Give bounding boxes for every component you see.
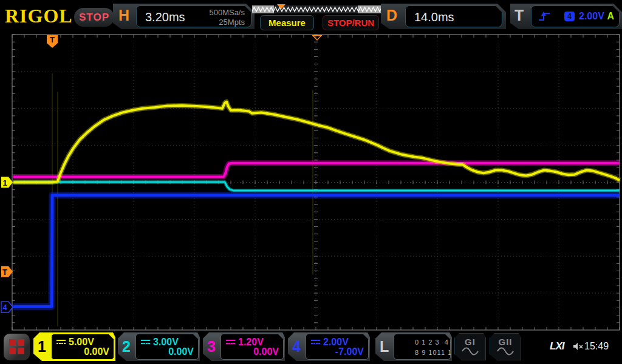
rigol-logo: RIGOL — [5, 5, 73, 27]
channel-number: 3 — [207, 338, 216, 356]
dc-coupling-icon — [141, 340, 150, 344]
gen1-label: GI — [455, 337, 485, 347]
left-marker-T[interactable]: T — [1, 266, 13, 277]
dc-coupling-icon — [226, 340, 235, 344]
channel-number: 1 — [38, 338, 46, 356]
stop-run-button[interactable]: STOP/RUN — [323, 15, 379, 30]
channel-offset: 0.00V — [168, 346, 194, 357]
memory-position-indicator[interactable] — [252, 4, 385, 15]
top-status-bar: RIGOL STOP H 3.20ms 500MSa/s 25Mpts Meas… — [0, 0, 622, 33]
lxi-status: LXI — [550, 340, 564, 352]
dc-coupling-icon — [311, 340, 320, 344]
delay-value: 14.0ms — [414, 10, 454, 24]
trigger-level-value: 2.00V — [579, 11, 604, 22]
la-label: L — [380, 338, 389, 356]
waveform-display-area[interactable]: 1T4T — [0, 33, 622, 332]
channel-value-box: 3.00V 0.00V — [135, 334, 199, 360]
trace-halo-ch2 — [13, 182, 620, 190]
horizontal-panel[interactable]: H 3.20ms 500MSa/s 25Mpts — [113, 4, 255, 29]
left-marker-1[interactable]: 1 — [1, 177, 13, 188]
menu-grid-icon — [18, 348, 24, 354]
delay-panel[interactable]: D 14.0ms — [381, 4, 506, 29]
channel-value-box: 2.00V -7.00V — [306, 334, 369, 360]
speaker-muted-icon[interactable] — [573, 342, 584, 351]
measure-button[interactable]: Measure — [260, 15, 314, 30]
channel-number: 2 — [122, 338, 131, 356]
oscilloscope-screen: RIGOL STOP H 3.20ms 500MSa/s 25Mpts Meas… — [0, 0, 622, 364]
horizontal-label: H — [118, 7, 129, 24]
menu-grid-icon — [9, 348, 16, 354]
la-channels-box: 0 1 2 3 4 5 6 78 9 1011 12131415 — [394, 334, 451, 360]
trigger-panel[interactable]: T 4 2.00V A — [510, 4, 622, 29]
clock: 15:49 — [584, 341, 609, 352]
trigger-edge-icon — [538, 10, 551, 22]
bottom-status-bar: 1 5.00V 0.00V 2 3.00V 0.00V 3 — [0, 332, 622, 364]
dc-coupling-icon — [56, 340, 66, 344]
timebase-value: 3.20ms — [145, 10, 185, 24]
channel-value-box: 5.00V 0.00V — [51, 334, 114, 360]
channel-value-box: 1.20V 0.00V — [220, 334, 284, 360]
trigger-value-box[interactable]: 4 2.00V A — [531, 5, 620, 27]
trace-halo-ch1 — [13, 102, 620, 183]
trigger-label: T — [514, 7, 524, 24]
trigger-position-marker[interactable]: T — [47, 35, 58, 48]
svg-text:T: T — [2, 268, 7, 277]
sample-rate: 500MSa/s — [209, 8, 245, 17]
channel-offset: -7.00V — [335, 346, 364, 357]
sine-wave-icon — [497, 347, 514, 356]
gen2-button[interactable]: GII — [490, 333, 521, 360]
gen1-button[interactable]: GI — [454, 333, 486, 360]
channel-offset: 0.00V — [253, 346, 279, 357]
logic-analyzer-panel[interactable]: L 0 1 2 3 4 5 6 78 9 1011 12131415 — [375, 332, 452, 361]
delay-label: D — [386, 7, 397, 24]
channel-offset: 0.00V — [84, 346, 109, 357]
acquisition-status-badge: STOP — [74, 8, 114, 27]
channel-3-status[interactable]: 3 1.20V 0.00V — [203, 332, 285, 361]
trace-ch1 — [13, 102, 620, 183]
svg-text:1: 1 — [2, 178, 7, 187]
channel-4-status[interactable]: 4 2.00V -7.00V — [288, 332, 370, 361]
memory-depth: 25Mpts — [219, 18, 245, 27]
channel-number: 4 — [292, 338, 301, 356]
sine-wave-icon — [462, 347, 479, 356]
channel-1-status[interactable]: 1 5.00V 0.00V — [33, 332, 115, 361]
trigger-sweep-mode: A — [607, 11, 614, 22]
menu-grid-icon — [9, 339, 16, 346]
scope-graticule[interactable]: 1T4T — [0, 33, 622, 332]
left-marker-4[interactable]: 4 — [1, 302, 13, 312]
delay-position-marker[interactable] — [313, 36, 321, 41]
menu-button[interactable] — [4, 334, 30, 360]
channel-2-status[interactable]: 2 3.00V 0.00V — [118, 332, 200, 361]
svg-text:4: 4 — [2, 303, 7, 312]
gen2-label: GII — [490, 337, 521, 347]
delay-value-box[interactable]: 14.0ms — [405, 5, 502, 27]
horizontal-value-box[interactable]: 3.20ms 500MSa/s 25Mpts — [136, 5, 251, 27]
trigger-source-badge: 4 — [564, 12, 575, 21]
menu-grid-icon — [18, 339, 24, 346]
svg-text:T: T — [50, 35, 55, 44]
